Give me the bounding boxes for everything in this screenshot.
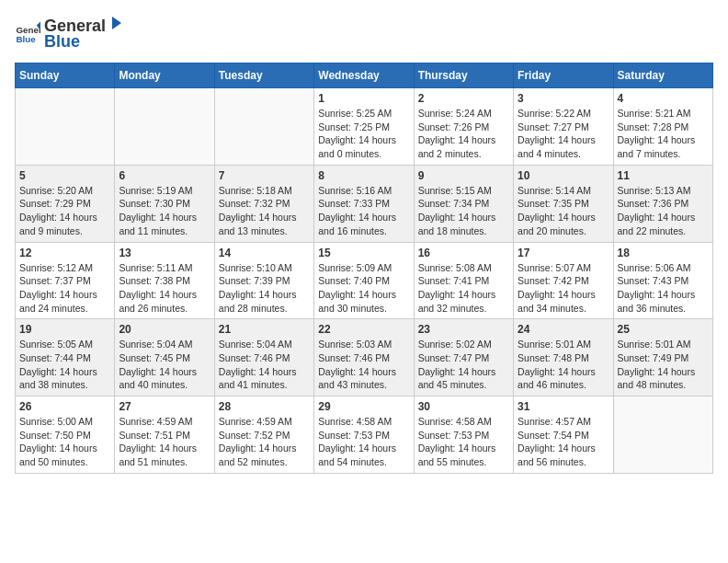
calendar-cell: 30Sunrise: 4:58 AM Sunset: 7:53 PM Dayli…: [414, 396, 513, 474]
calendar-cell: [613, 396, 712, 474]
day-info: Sunrise: 5:01 AM Sunset: 7:49 PM Dayligh…: [618, 338, 709, 392]
calendar-cell: [16, 88, 115, 166]
calendar-cell: 1Sunrise: 5:25 AM Sunset: 7:25 PM Daylig…: [314, 88, 414, 166]
day-number: 11: [618, 169, 709, 182]
calendar-cell: 22Sunrise: 5:03 AM Sunset: 7:46 PM Dayli…: [314, 319, 414, 396]
day-info: Sunrise: 5:14 AM Sunset: 7:35 PM Dayligh…: [518, 184, 609, 238]
calendar-cell: 18Sunrise: 5:06 AM Sunset: 7:43 PM Dayli…: [613, 242, 712, 319]
day-number: 3: [518, 92, 609, 105]
day-number: 19: [19, 323, 110, 336]
calendar-cell: [115, 88, 214, 166]
day-info: Sunrise: 5:16 AM Sunset: 7:33 PM Dayligh…: [318, 184, 409, 238]
day-number: 8: [318, 169, 409, 182]
day-info: Sunrise: 5:12 AM Sunset: 7:37 PM Dayligh…: [19, 261, 110, 316]
day-info: Sunrise: 5:25 AM Sunset: 7:25 PM Dayligh…: [318, 107, 409, 161]
day-info: Sunrise: 5:22 AM Sunset: 7:27 PM Dayligh…: [518, 107, 609, 161]
day-info: Sunrise: 5:21 AM Sunset: 7:28 PM Dayligh…: [618, 107, 709, 161]
day-number: 27: [119, 400, 210, 413]
svg-marker-3: [112, 17, 121, 29]
day-info: Sunrise: 5:07 AM Sunset: 7:42 PM Dayligh…: [518, 261, 609, 316]
day-info: Sunrise: 5:09 AM Sunset: 7:40 PM Dayligh…: [318, 261, 409, 316]
day-number: 14: [219, 247, 310, 259]
day-number: 13: [119, 247, 210, 259]
calendar-cell: 8Sunrise: 5:16 AM Sunset: 7:33 PM Daylig…: [314, 165, 414, 242]
day-info: Sunrise: 5:04 AM Sunset: 7:45 PM Dayligh…: [119, 338, 210, 392]
calendar-cell: 28Sunrise: 4:59 AM Sunset: 7:52 PM Dayli…: [214, 396, 313, 474]
day-number: 21: [219, 323, 310, 336]
calendar-cell: 4Sunrise: 5:21 AM Sunset: 7:28 PM Daylig…: [613, 88, 712, 166]
day-info: Sunrise: 5:05 AM Sunset: 7:44 PM Dayligh…: [19, 338, 110, 392]
day-number: 1: [318, 92, 409, 105]
day-number: 24: [518, 323, 609, 336]
calendar-cell: 2Sunrise: 5:24 AM Sunset: 7:26 PM Daylig…: [414, 88, 513, 166]
calendar-header-monday: Monday: [115, 63, 214, 88]
calendar-cell: 21Sunrise: 5:04 AM Sunset: 7:46 PM Dayli…: [214, 319, 313, 396]
day-info: Sunrise: 5:06 AM Sunset: 7:43 PM Dayligh…: [618, 261, 709, 316]
calendar-cell: 11Sunrise: 5:13 AM Sunset: 7:36 PM Dayli…: [613, 165, 712, 242]
svg-text:Blue: Blue: [16, 34, 36, 44]
logo-icon: General Blue: [15, 20, 40, 46]
calendar-week-row: 26Sunrise: 5:00 AM Sunset: 7:50 PM Dayli…: [16, 396, 713, 474]
day-number: 15: [318, 247, 409, 259]
calendar-header-wednesday: Wednesday: [314, 63, 414, 88]
day-number: 22: [318, 323, 409, 336]
day-info: Sunrise: 5:00 AM Sunset: 7:50 PM Dayligh…: [19, 415, 110, 469]
day-info: Sunrise: 5:01 AM Sunset: 7:48 PM Dayligh…: [518, 338, 609, 392]
calendar-cell: [214, 88, 313, 166]
day-number: 25: [618, 323, 709, 336]
calendar-table: SundayMondayTuesdayWednesdayThursdayFrid…: [15, 63, 713, 474]
day-info: Sunrise: 5:24 AM Sunset: 7:26 PM Dayligh…: [418, 107, 509, 161]
day-number: 23: [418, 323, 509, 336]
calendar-cell: 20Sunrise: 5:04 AM Sunset: 7:45 PM Dayli…: [115, 319, 214, 396]
calendar-cell: 23Sunrise: 5:02 AM Sunset: 7:47 PM Dayli…: [414, 319, 513, 396]
day-info: Sunrise: 5:10 AM Sunset: 7:39 PM Dayligh…: [219, 261, 310, 316]
day-info: Sunrise: 5:02 AM Sunset: 7:47 PM Dayligh…: [418, 338, 509, 392]
day-number: 26: [19, 400, 110, 413]
calendar-cell: 29Sunrise: 4:58 AM Sunset: 7:53 PM Dayli…: [314, 396, 414, 474]
day-number: 6: [119, 169, 210, 182]
calendar-cell: 26Sunrise: 5:00 AM Sunset: 7:50 PM Dayli…: [16, 396, 115, 474]
calendar-cell: 16Sunrise: 5:08 AM Sunset: 7:41 PM Dayli…: [414, 242, 513, 319]
calendar-cell: 5Sunrise: 5:20 AM Sunset: 7:29 PM Daylig…: [16, 165, 115, 242]
day-number: 17: [518, 247, 609, 259]
day-info: Sunrise: 5:08 AM Sunset: 7:41 PM Dayligh…: [418, 261, 509, 316]
calendar-cell: 17Sunrise: 5:07 AM Sunset: 7:42 PM Dayli…: [514, 242, 613, 319]
day-info: Sunrise: 5:18 AM Sunset: 7:32 PM Dayligh…: [219, 184, 310, 238]
calendar-week-row: 5Sunrise: 5:20 AM Sunset: 7:29 PM Daylig…: [16, 165, 713, 242]
calendar-cell: 19Sunrise: 5:05 AM Sunset: 7:44 PM Dayli…: [16, 319, 115, 396]
day-number: 10: [518, 169, 609, 182]
logo-arrow-icon: [107, 15, 123, 31]
calendar-week-row: 1Sunrise: 5:25 AM Sunset: 7:25 PM Daylig…: [16, 88, 713, 166]
calendar-cell: 31Sunrise: 4:57 AM Sunset: 7:54 PM Dayli…: [514, 396, 613, 474]
calendar-cell: 24Sunrise: 5:01 AM Sunset: 7:48 PM Dayli…: [514, 319, 613, 396]
day-info: Sunrise: 4:58 AM Sunset: 7:53 PM Dayligh…: [418, 415, 509, 469]
day-info: Sunrise: 5:15 AM Sunset: 7:34 PM Dayligh…: [418, 184, 509, 238]
calendar-header-row: SundayMondayTuesdayWednesdayThursdayFrid…: [16, 63, 713, 88]
page-header: General Blue General Blue: [15, 15, 713, 52]
day-info: Sunrise: 5:03 AM Sunset: 7:46 PM Dayligh…: [318, 338, 409, 392]
day-number: 7: [219, 169, 310, 182]
day-number: 20: [119, 323, 210, 336]
calendar-cell: 12Sunrise: 5:12 AM Sunset: 7:37 PM Dayli…: [16, 242, 115, 319]
calendar-cell: 6Sunrise: 5:19 AM Sunset: 7:30 PM Daylig…: [115, 165, 214, 242]
day-info: Sunrise: 5:11 AM Sunset: 7:38 PM Dayligh…: [119, 261, 210, 316]
day-info: Sunrise: 5:20 AM Sunset: 7:29 PM Dayligh…: [19, 184, 110, 238]
logo: General Blue General Blue: [15, 15, 124, 52]
day-number: 30: [418, 400, 509, 413]
calendar-cell: 10Sunrise: 5:14 AM Sunset: 7:35 PM Dayli…: [514, 165, 613, 242]
day-info: Sunrise: 4:59 AM Sunset: 7:51 PM Dayligh…: [119, 415, 210, 469]
calendar-cell: 3Sunrise: 5:22 AM Sunset: 7:27 PM Daylig…: [514, 88, 613, 166]
calendar-header-friday: Friday: [514, 63, 613, 88]
day-number: 31: [518, 400, 609, 413]
day-info: Sunrise: 5:19 AM Sunset: 7:30 PM Dayligh…: [119, 184, 210, 238]
calendar-week-row: 19Sunrise: 5:05 AM Sunset: 7:44 PM Dayli…: [16, 319, 713, 396]
calendar-header-sunday: Sunday: [16, 63, 115, 88]
calendar-cell: 25Sunrise: 5:01 AM Sunset: 7:49 PM Dayli…: [613, 319, 712, 396]
day-number: 4: [618, 92, 709, 105]
calendar-cell: 14Sunrise: 5:10 AM Sunset: 7:39 PM Dayli…: [214, 242, 313, 319]
day-info: Sunrise: 5:04 AM Sunset: 7:46 PM Dayligh…: [219, 338, 310, 392]
day-number: 18: [618, 247, 709, 259]
day-info: Sunrise: 4:57 AM Sunset: 7:54 PM Dayligh…: [518, 415, 609, 469]
calendar-cell: 9Sunrise: 5:15 AM Sunset: 7:34 PM Daylig…: [414, 165, 513, 242]
day-number: 5: [19, 169, 110, 182]
